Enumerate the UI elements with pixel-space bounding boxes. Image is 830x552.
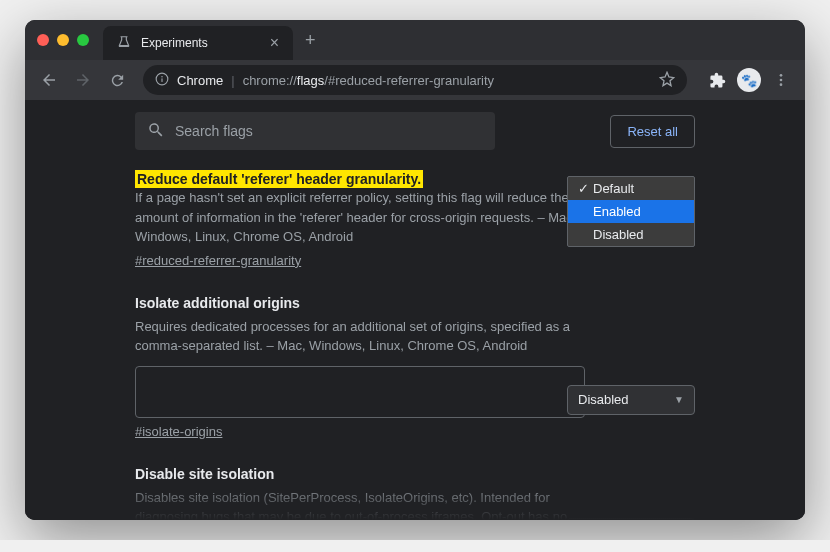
flag-dropdown[interactable]: Default ▼: [567, 518, 695, 521]
svg-rect-2: [161, 78, 162, 82]
flag-description: Disables site isolation (SitePerProcess,…: [135, 488, 585, 521]
window-controls: [37, 34, 89, 46]
dropdown-option-enabled[interactable]: Enabled: [568, 200, 694, 223]
url-text: chrome://flags/#reduced-referrer-granula…: [243, 73, 494, 88]
extensions-icon[interactable]: [703, 66, 731, 94]
maximize-window-button[interactable]: [77, 34, 89, 46]
flag-title: Isolate additional origins: [135, 295, 695, 311]
flag-select-container: Default ▼: [567, 518, 695, 521]
bookmark-star-icon[interactable]: [659, 71, 675, 90]
tab-title: Experiments: [141, 36, 208, 50]
dropdown-option-disabled[interactable]: Disabled: [568, 223, 694, 246]
flask-icon: [117, 35, 131, 52]
url-divider: |: [231, 73, 234, 88]
browser-window: Experiments × + Chrome | chrome://flags/…: [25, 20, 805, 520]
check-icon: ✓: [578, 181, 588, 196]
svg-point-4: [780, 79, 783, 82]
profile-icon[interactable]: 🐾: [735, 66, 763, 94]
flag-title: Reduce default 'referer' header granular…: [135, 170, 423, 188]
kebab-menu-icon[interactable]: [767, 66, 795, 94]
toolbar: Chrome | chrome://flags/#reduced-referre…: [25, 60, 805, 100]
close-window-button[interactable]: [37, 34, 49, 46]
search-row: Reset all: [25, 100, 805, 162]
reset-all-button[interactable]: Reset all: [610, 115, 695, 148]
search-input[interactable]: [175, 123, 483, 139]
titlebar: Experiments × +: [25, 20, 805, 60]
toolbar-right: 🐾: [703, 66, 795, 94]
flag-item-isolate-origins: Isolate additional origins Requires dedi…: [135, 295, 695, 440]
svg-point-5: [780, 83, 783, 86]
flag-item-reduced-referrer: Reduce default 'referer' header granular…: [135, 170, 695, 269]
chevron-down-icon: ▼: [674, 394, 684, 405]
browser-tab[interactable]: Experiments ×: [103, 26, 293, 60]
flag-dropdown[interactable]: Disabled ▼: [567, 385, 695, 415]
new-tab-button[interactable]: +: [305, 30, 316, 51]
flag-description: Requires dedicated processes for an addi…: [135, 317, 585, 356]
flag-anchor-link[interactable]: #isolate-origins: [135, 424, 222, 439]
minimize-window-button[interactable]: [57, 34, 69, 46]
flag-description: If a page hasn't set an explicit referre…: [135, 188, 585, 247]
svg-point-1: [161, 75, 163, 77]
svg-point-3: [780, 74, 783, 77]
flag-item-disable-site-isolation: Disable site isolation Disables site iso…: [135, 466, 695, 521]
site-info-icon[interactable]: [155, 72, 169, 89]
page-content: Reset all Reduce default 'referer' heade…: [25, 100, 805, 520]
url-chrome-label: Chrome: [177, 73, 223, 88]
flag-select-container: Disabled ▼: [567, 385, 695, 415]
origins-textarea[interactable]: [135, 366, 585, 418]
search-icon: [147, 121, 165, 142]
flags-list: Reduce default 'referer' header granular…: [25, 162, 805, 520]
address-bar[interactable]: Chrome | chrome://flags/#reduced-referre…: [143, 65, 687, 95]
close-tab-icon[interactable]: ×: [270, 34, 279, 52]
flag-title: Disable site isolation: [135, 466, 695, 482]
forward-button[interactable]: [69, 66, 97, 94]
flag-dropdown-open[interactable]: ✓Default Enabled Disabled: [567, 176, 695, 247]
flag-anchor-link[interactable]: #reduced-referrer-granularity: [135, 253, 301, 268]
search-flags-box[interactable]: [135, 112, 495, 150]
back-button[interactable]: [35, 66, 63, 94]
dropdown-option-default[interactable]: ✓Default: [568, 177, 694, 200]
reload-button[interactable]: [103, 66, 131, 94]
